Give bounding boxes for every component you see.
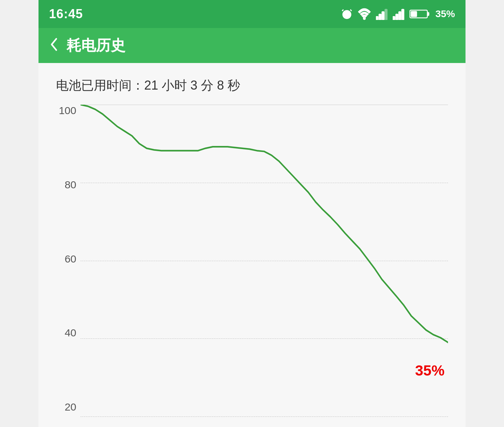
svg-rect-14 [411,11,417,17]
signal-icon-2 [393,8,405,20]
content-area: 电池已用时间：21 小时 3 分 8 秒 100 80 60 40 20 [38,63,465,427]
svg-rect-4 [376,16,378,20]
page-title: 耗电历史 [66,36,125,55]
wifi-icon [358,8,371,20]
y-label-100: 100 [56,105,80,117]
svg-point-3 [363,18,365,20]
y-label-20: 20 [56,401,80,413]
svg-rect-6 [382,12,384,20]
status-time: 16:45 [49,7,83,21]
status-bar: 16:45 [38,0,465,28]
svg-rect-7 [385,9,387,20]
y-axis: 100 80 60 40 20 [56,105,80,416]
battery-percent: 35% [435,8,455,20]
svg-rect-5 [379,14,381,20]
chart-body: 35% [80,105,448,416]
battery-info-text: 电池已用时间：21 小时 3 分 8 秒 [56,77,448,94]
battery-chart-svg [80,105,448,416]
battery-icon [410,8,430,20]
chart-area: 100 80 60 40 20 [56,105,448,416]
y-label-80: 80 [56,179,80,191]
y-label-40: 40 [56,327,80,339]
svg-line-2 [350,9,352,11]
svg-line-1 [342,9,343,11]
back-button[interactable] [49,37,59,54]
svg-rect-8 [393,16,395,20]
app-bar: 耗电历史 [38,28,465,63]
y-label-60: 60 [56,253,80,265]
svg-rect-10 [399,12,401,20]
signal-icon-1 [376,8,388,20]
svg-rect-13 [427,12,429,16]
grid-line-20 [80,416,448,417]
svg-rect-9 [396,14,398,20]
svg-rect-11 [401,9,404,20]
current-percent-label: 35% [415,362,444,379]
alarm-icon [341,8,353,20]
status-icons: 35% [341,8,455,20]
phone-container: 16:45 [38,0,465,427]
